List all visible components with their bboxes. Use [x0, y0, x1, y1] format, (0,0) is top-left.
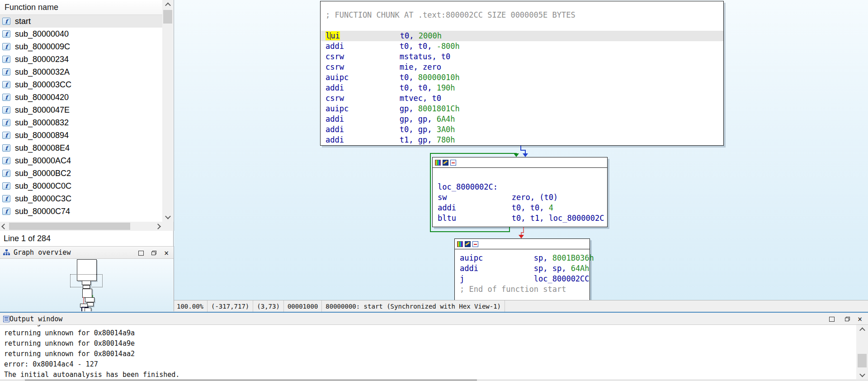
function-list-item[interactable]: fsub_8000047E	[0, 104, 162, 116]
asm-line[interactable]: csrw mie, zero	[326, 62, 723, 72]
function-name-column-header[interactable]: Function name	[0, 0, 162, 15]
graph-node-exit[interactable]: auipc sp, 8001B036haddi sp, sp, 64Ahj lo…	[454, 238, 590, 300]
minimap-node	[85, 297, 94, 302]
asm-line[interactable]	[438, 171, 607, 182]
asm-line[interactable]: addi t0, t0, 4	[438, 203, 607, 213]
scroll-left-button[interactable]	[0, 222, 8, 230]
asm-line[interactable]: lui t0, 2000h	[321, 31, 723, 41]
asm-line[interactable]: addi t0, t0, -800h	[326, 41, 723, 52]
maximize-button[interactable]	[137, 248, 146, 257]
asm-line[interactable]: addi sp, sp, 64Ah	[460, 263, 590, 274]
close-button[interactable]: ×	[162, 248, 171, 257]
disassembly-graph-view[interactable]: ; FUNCTION CHUNK AT .text:800002CC SIZE …	[174, 0, 868, 300]
float-button[interactable]	[843, 314, 852, 324]
chevron-up-icon	[859, 327, 865, 333]
output-horizontal-scrollbar[interactable]	[0, 379, 868, 381]
function-name: sub_80000234	[15, 55, 69, 64]
function-list-vertical-scrollbar[interactable]	[162, 0, 173, 222]
output-vertical-scrollbar[interactable]	[856, 325, 868, 379]
function-list-item[interactable]: fstart	[0, 15, 162, 28]
scroll-up-button[interactable]	[163, 1, 172, 9]
scroll-up-button[interactable]	[857, 326, 867, 333]
asm-line[interactable]: csrw mstatus, t0	[326, 52, 723, 62]
function-name: sub_80000C74	[15, 207, 70, 216]
function-list-item[interactable]: fsub_80000234	[0, 53, 162, 66]
asm-line[interactable]	[326, 20, 723, 31]
function-icon: f	[2, 208, 10, 215]
status-segment: 80000000: start (Synchronized with Hex V…	[322, 300, 505, 312]
asm-line[interactable]: addi t0, t0, 190h	[326, 83, 723, 93]
maximize-button[interactable]	[827, 314, 836, 324]
asm-line[interactable]: csrw mtvec, t0	[326, 93, 723, 104]
scrollbar-thumb[interactable]	[9, 223, 130, 230]
function-list-item[interactable]: fsub_80000C0C	[0, 180, 162, 192]
output-window-titlebar[interactable]: Output window ×	[0, 313, 868, 325]
asm-line[interactable]: auipc t0, 80000010h	[326, 72, 723, 83]
asm-line[interactable]: ; End of function start	[460, 284, 590, 295]
group-node-icon[interactable]	[472, 241, 478, 247]
function-list-item[interactable]: fsub_80000420	[0, 91, 162, 104]
scrollbar-thumb[interactable]	[858, 354, 867, 367]
function-list-item[interactable]: fsub_80000832	[0, 116, 162, 129]
node-titlebar[interactable]	[455, 239, 590, 249]
color-palette-icon[interactable]	[435, 160, 441, 166]
function-list-item[interactable]: fsub_80000894	[0, 129, 162, 142]
asm-line[interactable]: loc_8000002C:	[438, 182, 607, 192]
scroll-down-button[interactable]	[857, 371, 867, 378]
asm-line[interactable]: j loc_800002CC	[460, 274, 590, 284]
function-icon: f	[2, 195, 10, 202]
close-button[interactable]: ×	[855, 314, 864, 324]
function-list-item[interactable]: fsub_80000C3C	[0, 192, 162, 205]
function-list-item[interactable]: fsub_80000AC4	[0, 154, 162, 167]
function-list-item[interactable]: fsub_800008E4	[0, 142, 162, 154]
graph-node-loop[interactable]: loc_8000002C:sw zero, (t0)addi t0, t0, 4…	[432, 157, 608, 227]
function-list-item[interactable]: fsub_80000C74	[0, 205, 162, 218]
ida-window: Function name fstartfsub_80000040fsub_80…	[0, 0, 868, 381]
asm-line[interactable]: auipc gp, 8001801Ch	[326, 104, 723, 114]
chevron-up-icon	[165, 3, 171, 9]
function-list-item[interactable]: fsub_80000BC2	[0, 167, 162, 180]
graph-overview-title: Graph overview	[14, 248, 71, 257]
output-log-line[interactable]: returning unknown for 0x80014a9a	[4, 328, 179, 338]
graph-overview-titlebar[interactable]: Graph overview ×	[0, 246, 174, 259]
asm-line[interactable]: addi gp, gp, 6A4h	[326, 114, 723, 124]
scroll-right-button[interactable]	[154, 222, 162, 230]
output-log-line[interactable]: returning unknown for 0x80014a96	[4, 325, 179, 328]
output-log[interactable]: returning unknown for 0x80014a96returnin…	[0, 325, 856, 379]
edit-pencil-icon[interactable]	[443, 160, 448, 166]
node-code: auipc sp, 8001B036haddi sp, sp, 64Ahj lo…	[455, 249, 590, 295]
scrollbar-thumb[interactable]	[163, 10, 172, 24]
function-list-item[interactable]: fsub_80000040	[0, 28, 162, 40]
asm-line[interactable]: addi t0, gp, 3A0h	[326, 124, 723, 135]
color-palette-icon[interactable]	[457, 241, 463, 247]
function-name: start	[15, 17, 31, 26]
float-button[interactable]	[149, 248, 158, 257]
output-log-line[interactable]: returning unknown for 0x80014a9e	[4, 338, 179, 349]
output-log-line[interactable]: error: 0x80014ac4 - 127	[4, 359, 179, 370]
asm-line[interactable]: bltu t0, t1, loc_8000002C	[438, 213, 607, 224]
asm-line[interactable]: ; FUNCTION CHUNK AT .text:800002CC SIZE …	[326, 10, 723, 20]
function-name: sub_800008E4	[15, 143, 70, 153]
function-list-status: Line 1 of 284	[0, 231, 174, 246]
graph-overview-minimap[interactable]	[0, 259, 173, 311]
status-segment: 00001000	[284, 300, 322, 312]
function-list-item[interactable]: fsub_8000009C	[0, 40, 162, 53]
asm-line[interactable]: addi t1, gp, 780h	[326, 135, 723, 145]
dock-separator[interactable]	[0, 312, 868, 313]
scrollbar-thumb[interactable]	[25, 379, 477, 381]
edge-not-taken-arrow	[519, 235, 524, 238]
function-list-item[interactable]: fsub_8000032A	[0, 66, 162, 78]
node-titlebar[interactable]	[433, 157, 607, 168]
group-node-icon[interactable]	[450, 160, 456, 166]
asm-line[interactable]: sw zero, (t0)	[438, 192, 607, 203]
scroll-down-button[interactable]	[163, 213, 172, 221]
asm-line[interactable]: auipc sp, 8001B036h	[460, 253, 590, 263]
output-log-line[interactable]: returning unknown for 0x80014aa2	[4, 349, 179, 359]
edit-pencil-icon[interactable]	[465, 241, 471, 247]
output-window-panel: Output window × returning unknown for 0x…	[0, 313, 868, 381]
function-list-horizontal-scrollbar[interactable]	[0, 222, 162, 231]
function-list-item[interactable]: fsub_800003CC	[0, 78, 162, 91]
output-log-line[interactable]: The initial autoanalysis has been finish…	[4, 370, 179, 379]
graph-node-entry[interactable]: ; FUNCTION CHUNK AT .text:800002CC SIZE …	[320, 1, 724, 146]
status-segment: 100.00%	[174, 300, 208, 312]
